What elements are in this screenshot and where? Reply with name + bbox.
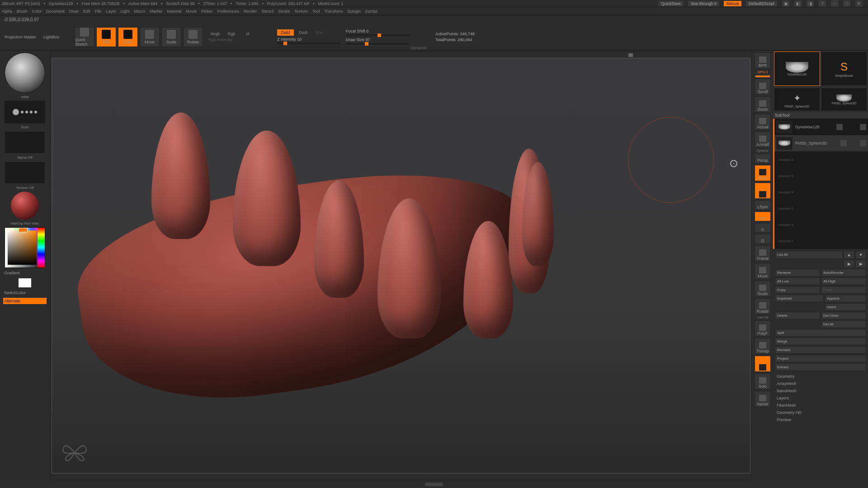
dynamic-toggle[interactable]: Dynamic (411, 46, 425, 50)
eye-icon[interactable] (860, 140, 866, 146)
menu-brush[interactable]: Brush (17, 9, 28, 14)
menu-macro[interactable]: Macro (134, 9, 145, 14)
menu-zplugin[interactable]: Zplugin (347, 9, 361, 14)
menu-transform[interactable]: Transform (324, 9, 343, 14)
subtool-item-1[interactable]: PM3D_Sphere3D (774, 135, 868, 151)
ghost-button[interactable] (755, 356, 771, 372)
subtool-header[interactable]: SubTool (773, 112, 868, 119)
rgb-toggle[interactable]: Rgb (225, 32, 238, 36)
spix-label[interactable]: SPix 3 (757, 70, 768, 74)
cat-preview[interactable]: Preview (773, 416, 868, 423)
split-section[interactable]: Split (775, 329, 866, 337)
allhigh-button[interactable]: All High (821, 277, 866, 285)
edit-button[interactable]: Edit (96, 27, 116, 47)
menu-preferences[interactable]: Preferences (217, 9, 239, 14)
scale-button[interactable]: Scale (161, 27, 181, 47)
menu-file[interactable]: File (95, 9, 102, 14)
lsym-button[interactable]: LSym (755, 200, 771, 210)
zsub-toggle[interactable]: Zsub (297, 30, 310, 35)
copy-button[interactable]: Copy (775, 286, 820, 294)
default-zscript[interactable]: DefaultZScript (746, 1, 777, 6)
cat-geometryhd[interactable]: Geometry HD (773, 409, 868, 416)
eye-icon[interactable] (860, 124, 866, 130)
xpose-button[interactable]: Xpose (755, 391, 771, 407)
actual-button[interactable]: Actual (755, 114, 771, 130)
gradient-toggle[interactable]: Gradient (3, 270, 47, 276)
visibility-icon[interactable] (836, 124, 843, 130)
tool-slot-1[interactable]: DynaWax128 (774, 52, 820, 86)
mrgb-toggle[interactable]: Mrgb (208, 32, 222, 36)
alllow-button[interactable]: All Low (775, 277, 820, 285)
tool-slot-2[interactable]: SSimpleBrush (821, 52, 867, 86)
menu-light[interactable]: Light (121, 9, 130, 14)
frame-button[interactable]: Frame (755, 245, 771, 262)
viewport[interactable] (52, 58, 750, 474)
menu-picker[interactable]: Picker (201, 9, 212, 14)
color-picker[interactable] (5, 227, 45, 268)
polyf-button[interactable]: PolyF (755, 320, 771, 337)
side-rotate-button[interactable]: Rotate (755, 298, 771, 314)
arrow-right-button[interactable]: ▶ (844, 260, 854, 268)
tool-slot-4[interactable]: PM3D_Sphere3D (821, 88, 867, 111)
cat-layers[interactable]: Layers (773, 394, 868, 402)
menu-zscript[interactable]: Zscript (365, 9, 377, 14)
zcut-toggle[interactable]: Zcut (313, 30, 326, 35)
movedn-button[interactable]: ▼ (855, 251, 866, 259)
quicksave-button[interactable]: QuickSave (658, 1, 684, 6)
material-preview[interactable] (11, 192, 39, 220)
alternate-button[interactable]: Alternate (3, 298, 47, 304)
insert-button[interactable]: Insert (825, 303, 866, 311)
project-section[interactable]: Project (775, 355, 866, 362)
cat-nanomesh[interactable]: NanoMesh (773, 387, 868, 394)
scroll-button[interactable]: Scroll (755, 79, 771, 95)
switchcolor-button[interactable]: SwitchColor (3, 290, 47, 296)
merge-section[interactable]: Merge (775, 338, 866, 345)
close-button[interactable]: ✕ (855, 0, 863, 7)
rename-button[interactable]: Rename (775, 269, 820, 277)
menu-draw[interactable]: Draw (69, 9, 79, 14)
z-intensity-slider[interactable]: Z Intensity 10 (277, 37, 340, 44)
append-button[interactable]: Append (825, 295, 866, 302)
menu-stencil[interactable]: Stencil (261, 9, 274, 14)
minimize-button[interactable]: ─ (831, 0, 838, 7)
maximize-button[interactable]: □ (843, 0, 850, 7)
visibility-icon[interactable] (840, 140, 847, 146)
duplicate-button[interactable]: Duplicate (775, 295, 824, 302)
menu-layer[interactable]: Layer (106, 9, 116, 14)
subtool-item-0[interactable]: DynaWax128 (774, 119, 868, 135)
bpr-button[interactable]: BPR (755, 52, 771, 69)
secondary-color-swatch[interactable] (18, 278, 32, 288)
menu-marker[interactable]: Marker (150, 9, 162, 14)
zoom-button[interactable]: Zoom (755, 96, 771, 113)
delother-button[interactable]: Del Other (821, 312, 866, 319)
m-toggle[interactable]: M (241, 32, 255, 36)
alpha-preview[interactable] (5, 131, 45, 154)
canvas-top-bar[interactable] (52, 52, 750, 58)
side-scale-button[interactable]: Scale (755, 281, 771, 297)
cat-geometry[interactable]: Geometry (773, 373, 868, 380)
stroke-preview[interactable] (5, 101, 45, 123)
rotate-button[interactable]: Rotate (183, 27, 203, 47)
menu-document[interactable]: Document (46, 9, 65, 14)
aahalf-button[interactable]: AAHalf (755, 131, 771, 148)
win-icon-1[interactable]: ▣ (782, 0, 789, 7)
persp-button[interactable]: Persp (755, 154, 771, 164)
texture-preview[interactable] (5, 161, 45, 184)
listall-button[interactable]: List All (775, 251, 843, 259)
paste-button[interactable]: Paste (821, 286, 866, 294)
menu-color[interactable]: Color (32, 9, 42, 14)
menu-stroke[interactable]: Stroke (278, 9, 290, 14)
brush-preview[interactable] (5, 52, 45, 93)
menus-toggle[interactable]: Menus (724, 1, 741, 6)
projection-master-button[interactable]: Projection Master (2, 26, 39, 48)
delete-button[interactable]: Delete (775, 312, 820, 319)
menu-alpha[interactable]: Alpha (2, 9, 12, 14)
cat-arraymesh[interactable]: ArrayMesh (773, 380, 868, 387)
menu-movie[interactable]: Movie (186, 9, 197, 14)
bottom-bar[interactable] (0, 481, 868, 488)
canvas-bottom-bar[interactable] (52, 474, 750, 479)
draw-size-slider[interactable]: Draw Size 87 (346, 38, 409, 45)
floor-button[interactable]: Floor (755, 165, 771, 181)
delall-button[interactable]: Del All (821, 320, 866, 328)
xyz-button[interactable]: Xyz (755, 211, 771, 221)
